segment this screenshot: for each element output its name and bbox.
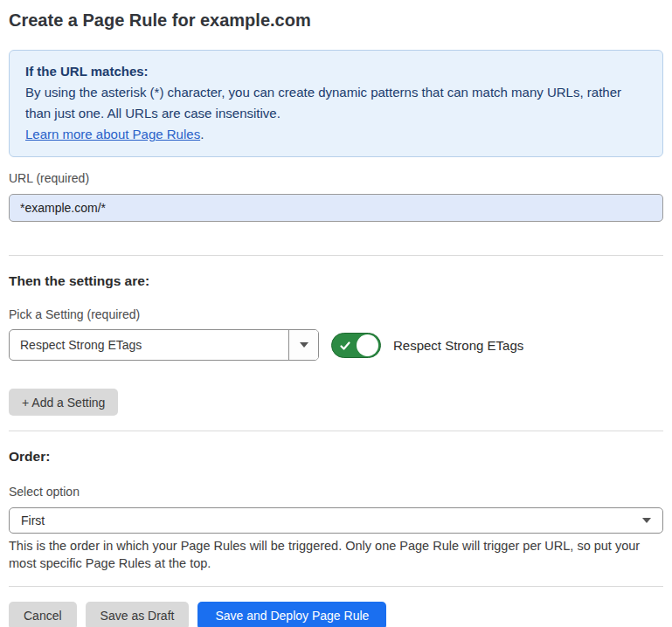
url-label: URL (required) [9, 171, 663, 186]
page-title: Create a Page Rule for example.com [9, 9, 663, 31]
toggle-label: Respect Strong ETags [393, 338, 523, 353]
cancel-button[interactable]: Cancel [9, 602, 77, 627]
url-match-info-box: If the URL matches: By using the asteris… [9, 50, 663, 157]
form-actions: Cancel Save as Draft Save and Deploy Pag… [9, 602, 663, 627]
save-deploy-button[interactable]: Save and Deploy Page Rule [197, 602, 386, 627]
chevron-down-icon [300, 342, 308, 348]
divider [9, 431, 663, 431]
learn-more-link[interactable]: Learn more about Page Rules [25, 127, 200, 141]
setting-toggle[interactable] [331, 333, 381, 358]
order-help-text: This is the order in which your Page Rul… [9, 538, 663, 572]
toggle-knob [357, 334, 378, 356]
create-page-rule-form: Create a Page Rule for example.com If th… [9, 9, 663, 627]
info-box-body: By using the asterisk (*) character, you… [25, 82, 647, 124]
setting-dropdown[interactable]: Respect Strong ETags [9, 329, 319, 361]
info-box-link-line: Learn more about Page Rules. [25, 124, 647, 145]
chevron-down-icon [642, 518, 651, 523]
divider [9, 586, 663, 587]
divider [9, 255, 663, 256]
add-setting-button[interactable]: + Add a Setting [9, 389, 118, 416]
url-input[interactable] [9, 194, 663, 222]
settings-heading: Then the settings are: [9, 272, 663, 289]
setting-dropdown-value: Respect Strong ETags [10, 330, 288, 360]
link-period: . [200, 127, 204, 141]
setting-row: Respect Strong ETags Respect Strong ETag… [9, 329, 663, 361]
check-icon [339, 340, 351, 352]
order-select[interactable]: First [9, 507, 663, 534]
setting-dropdown-arrow-button[interactable] [288, 330, 318, 360]
pick-setting-label: Pick a Setting (required) [9, 307, 663, 322]
order-select-value: First [21, 513, 45, 527]
select-option-label: Select option [9, 485, 663, 500]
info-box-heading: If the URL matches: [25, 61, 647, 82]
save-draft-button[interactable]: Save as Draft [86, 602, 190, 627]
order-heading: Order: [9, 448, 663, 465]
